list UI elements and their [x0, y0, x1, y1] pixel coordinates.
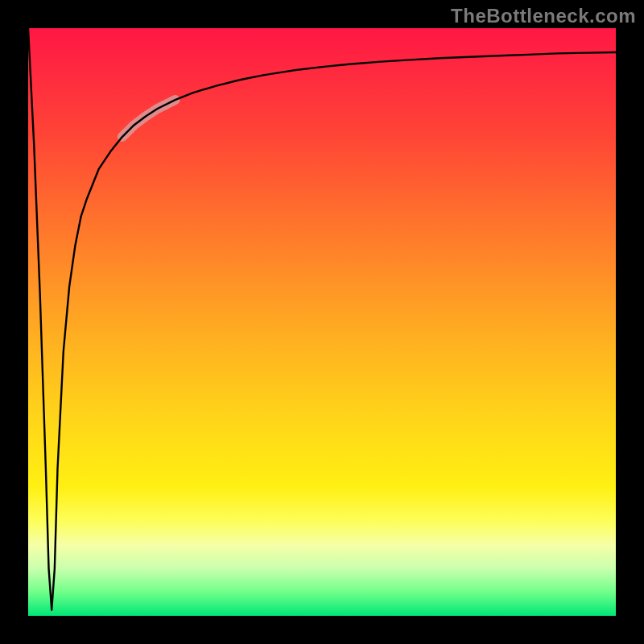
chart-frame: TheBottleneck.com	[0, 0, 644, 644]
bottleneck-curve	[28, 28, 616, 610]
watermark-text: TheBottleneck.com	[451, 5, 636, 27]
curve-layer	[28, 28, 616, 616]
highlight-segment	[122, 100, 175, 137]
plot-area	[28, 28, 616, 616]
